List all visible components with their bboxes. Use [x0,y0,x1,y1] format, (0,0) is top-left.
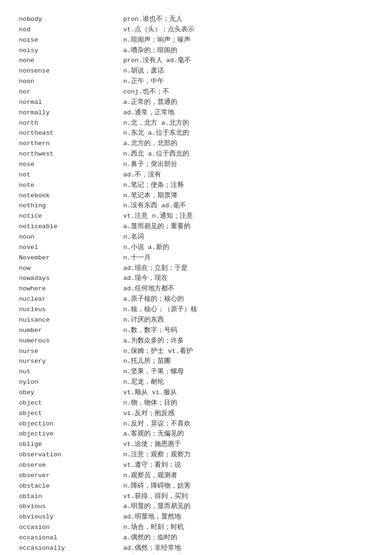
word-cell: normal [19,97,123,108]
table-row: observationn.注意；观察；观察力 [19,450,373,460]
table-row: noonn.正午，中午 [19,76,373,87]
word-cell: northern [19,139,123,149]
word-cell: obey [19,388,123,398]
table-row: observern.观察员，观测者 [19,471,373,481]
word-cell: object [19,398,123,408]
definition-cell: n.没有东西 ad.毫不 [123,201,373,211]
word-cell: none [19,56,123,66]
word-cell: occasionally [19,543,123,554]
word-cell: nursery [19,356,123,367]
definition-cell: a.偶然的；临时的 [123,533,373,543]
table-row: noisya.嘈杂的；喧闹的 [19,46,373,56]
table-row: nonepron.没有人 ad.毫不 [19,56,373,66]
table-row: obtainvt.获得，得到，买到 [19,491,373,502]
word-cell: noisy [19,46,123,56]
definition-cell: conj.也不；不 [123,87,373,97]
word-cell: nylon [19,377,123,388]
table-row: nucleara.原子核的；核心的 [19,294,373,305]
table-row: objectn.物，物体；目的 [19,398,373,408]
definition-cell: a.为数众多的；许多 [123,336,373,346]
table-row: nuisancen.讨厌的东西 [19,315,373,325]
definition-cell: a.北方的，北部的 [123,139,373,149]
word-cell: nobody [19,14,123,25]
table-row: nobodypron.谁也不；无人 [19,14,373,25]
definition-cell: a.嘈杂的；喧闹的 [123,46,373,56]
table-row: nylonn.尼龙，耐纶 [19,377,373,388]
table-row: norconj.也不；不 [19,87,373,97]
table-row: nowad.现在；立刻；于是 [19,263,373,274]
table-row: observevt.遵守；看到；说 [19,460,373,471]
table-row: noticeablea.显而易见的；重要的 [19,222,373,232]
definition-cell: n.笔记；便条；注释 [123,180,373,191]
word-cell: northwest [19,149,123,159]
table-row: northwestn.西北 a.位于西北的 [19,149,373,159]
table-row: objectvi.反对；抱反感 [19,408,373,419]
definition-cell: n.障碍，障碍物，妨害 [123,481,373,491]
definition-cell: n.正午，中午 [123,76,373,87]
table-row: northn.北，北方 a.北方的 [19,118,373,129]
word-cell: obstacle [19,481,123,491]
word-cell: nod [19,25,123,35]
table-row: nursen.保姆；护士 vt.看护 [19,346,373,357]
definition-cell: n.数，数字；号码 [123,325,373,336]
word-cell: nuisance [19,315,123,325]
word-cell: nucleus [19,305,123,315]
table-row: obviouslyad.明显地，显然地 [19,512,373,522]
definition-cell: n.物，物体；目的 [123,398,373,408]
table-row: northeastn.东北 a.位于东北的 [19,128,373,139]
word-cell: nurse [19,346,123,357]
table-row: normallyad.通常，正常地 [19,108,373,118]
definition-cell: ad.现在；立刻；于是 [123,263,373,274]
word-cell: noon [19,76,123,87]
table-row: notad.不，没有 [19,170,373,180]
definition-cell: n.反对，异议；不喜欢 [123,419,373,429]
word-cell: occasional [19,533,123,543]
definition-cell: ad.现今，现在 [123,273,373,284]
definition-cell: a.客观的；无偏见的 [123,429,373,439]
table-row: northerna.北方的，北部的 [19,139,373,149]
table-row: occasionn.场合，时刻；时机 [19,522,373,533]
table-row: numbern.数，数字；号码 [19,325,373,336]
definition-cell: vt.获得，得到，买到 [123,491,373,502]
definition-cell: n.观察员，观测者 [123,471,373,481]
definition-cell: n.北，北方 a.北方的 [123,118,373,129]
word-cell: novel [19,242,123,253]
definition-cell: n.尼龙，耐纶 [123,377,373,388]
definition-cell: vt.注意 n.通知；注意 [123,211,373,222]
word-cell: objective [19,429,123,439]
definition-cell: n.坚果，干果；螺母 [123,367,373,377]
word-cell: not [19,170,123,180]
table-row: nowheread.任何地方都不 [19,284,373,294]
definition-cell: n.名词 [123,232,373,242]
definition-cell: n.笔记本，期票簿 [123,191,373,201]
definition-cell: n.讨厌的东西 [123,315,373,325]
table-row: nowadaysad.现今，现在 [19,273,373,284]
table-row: noisen.喧闹声；响声；噪声 [19,35,373,46]
definition-cell: n.小说 a.新的 [123,242,373,253]
word-cell: noticeable [19,222,123,232]
dictionary-table: nobodypron.谁也不；无人nodvt.点（头）；点头表示noisen.喧… [19,14,373,555]
table-row: objectivea.客观的；无偏见的 [19,429,373,439]
table-row: nurseryn.托儿所；苗圃 [19,356,373,367]
definition-cell: pron.谁也不；无人 [123,14,373,25]
table-row: nucleusn.核，核心；（原子）核 [19,305,373,315]
definition-cell: vi.反对；抱反感 [123,408,373,419]
table-row: obeyvt.顺从 vi.服从 [19,388,373,398]
word-cell: nuclear [19,294,123,305]
table-row: noveln.小说 a.新的 [19,242,373,253]
word-cell: normally [19,108,123,118]
table-row: occasionala.偶然的；临时的 [19,533,373,543]
table-row: nonsensen.胡说，废话 [19,66,373,76]
table-row: notebookn.笔记本，期票簿 [19,191,373,201]
table-row: numerousa.为数众多的；许多 [19,336,373,346]
word-cell: northeast [19,128,123,139]
word-cell: oblige [19,439,123,450]
definition-cell: a.原子核的；核心的 [123,294,373,305]
definition-cell: ad.偶然；非经常地 [123,543,373,554]
table-row: nothingn.没有东西 ad.毫不 [19,201,373,211]
table-row: nutn.坚果，干果；螺母 [19,367,373,377]
definition-cell: vt.顺从 vi.服从 [123,388,373,398]
definition-cell: n.托儿所；苗圃 [123,356,373,367]
table-row: noticevt.注意 n.通知；注意 [19,211,373,222]
table-row: normala.正常的，普通的 [19,97,373,108]
